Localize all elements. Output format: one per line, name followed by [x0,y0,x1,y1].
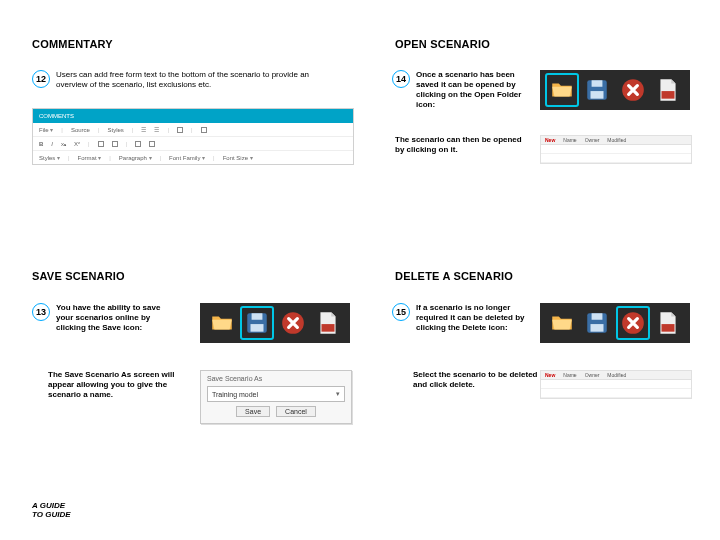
editor-btn-italic[interactable]: I [51,141,53,147]
step-number-15: 15 [392,303,410,321]
footer-line-1: A GUIDE [32,501,71,511]
scenario-list-open: New Name Owner Modified [540,135,692,164]
heading-save-scenario: SAVE SCENARIO [32,270,125,282]
delete-x-icon[interactable] [618,308,648,338]
save-disk-icon[interactable] [242,308,272,338]
step-12: 12 Users can add free form text to the b… [32,70,332,90]
chevron-down-icon: ▾ [336,390,340,398]
list-row[interactable] [541,154,691,163]
dialog-title: Save Scenario As [201,371,351,384]
svg-rect-9 [322,324,335,332]
dialog-cancel-button[interactable]: Cancel [276,406,316,417]
editor-btn-source[interactable]: Source [71,127,90,133]
heading-open-scenario: OPEN SCENARIO [395,38,490,50]
save-scenario-dialog: Save Scenario As Training model ▾ Save C… [200,370,352,424]
scenario-list-delete: New Name Owner Modified [540,370,692,399]
editor-btn-misc2[interactable] [112,141,118,147]
step-14-text: Once a scenario has been saved it can be… [416,70,527,110]
step-15: 15 If a scenario is no longer required i… [392,303,527,333]
list-header-new: New [545,137,555,143]
open-folder-icon[interactable] [207,308,237,338]
svg-rect-1 [592,80,603,87]
footer-guide: A GUIDE TO GUIDE [32,501,71,520]
footer-line-2: TO GUIDE [32,510,71,520]
step-number-14: 14 [392,70,410,88]
editor-btn-misc4[interactable] [149,141,155,147]
delete-followup-text: Select the scenario to be deleted and cl… [413,370,548,390]
editor-toolbar-row-3: Styles | Format | Paragraph | Font Famil… [33,151,353,164]
svg-rect-14 [662,324,675,332]
svg-rect-11 [592,313,603,320]
toolbar-delete [540,303,690,343]
step-15-text: If a scenario is no longer required it c… [416,303,527,333]
editor-btn-misc1[interactable] [98,141,104,147]
dialog-name-value: Training model [212,391,258,398]
editor-dd-size[interactable]: Font Size [223,154,253,161]
delete-x-icon[interactable] [278,308,308,338]
dialog-name-input[interactable]: Training model ▾ [207,386,345,402]
editor-btn-box[interactable] [177,127,183,133]
list-col-name: Name [563,372,576,378]
editor-dd-font[interactable]: Font Family [169,154,205,161]
list-header-new: New [545,372,555,378]
editor-btn-sup[interactable]: X² [74,141,80,147]
save-followup-text: The Save Scenario As screen will appear … [48,370,183,400]
svg-rect-4 [662,91,675,99]
list-row[interactable] [541,389,691,398]
rich-text-editor: COMMENTS File | Source | Styles | ☰ ☰ | … [32,108,354,165]
editor-btn-sub[interactable]: x₂ [61,140,66,147]
editor-btn-box2[interactable] [201,127,207,133]
list-row[interactable] [541,380,691,389]
delete-x-icon[interactable] [618,75,648,105]
editor-btn-styles[interactable]: Styles [107,127,123,133]
open-followup-text: The scenario can then be opened by click… [395,135,530,155]
editor-menu-file[interactable]: File [39,126,53,133]
open-folder-icon[interactable] [547,75,577,105]
list-col-modified: Modified [607,372,626,378]
editor-btn-list2[interactable]: ☰ [154,126,159,133]
editor-toolbar-row-2: B I x₂ X² | | [33,137,353,151]
svg-rect-2 [591,91,604,99]
heading-delete-scenario: DELETE A SCENARIO [395,270,513,282]
list-col-owner: Owner [585,372,600,378]
list-col-name: Name [563,137,576,143]
step-number-13: 13 [32,303,50,321]
svg-rect-12 [591,324,604,332]
dialog-save-button[interactable]: Save [236,406,270,417]
step-number-12: 12 [32,70,50,88]
editor-toolbar-row-1: File | Source | Styles | ☰ ☰ | | [33,123,353,137]
step-14: 14 Once a scenario has been saved it can… [392,70,527,110]
list-row[interactable] [541,145,691,154]
editor-dd-styles[interactable]: Styles [39,154,60,161]
pdf-icon[interactable] [653,75,683,105]
editor-dd-paragraph[interactable]: Paragraph [119,154,152,161]
toolbar-open [540,70,690,110]
editor-btn-bold[interactable]: B [39,141,43,147]
open-folder-icon[interactable] [547,308,577,338]
editor-titlebar: COMMENTS [33,109,353,123]
save-disk-icon[interactable] [582,308,612,338]
heading-commentary: COMMENTARY [32,38,113,50]
editor-dd-format[interactable]: Format [78,154,102,161]
list-col-owner: Owner [585,137,600,143]
step-13: 13 You have the ability to save your sce… [32,303,167,333]
pdf-icon[interactable] [653,308,683,338]
pdf-icon[interactable] [313,308,343,338]
step-13-text: You have the ability to save your scenar… [56,303,167,333]
editor-btn-misc3[interactable] [135,141,141,147]
editor-btn-list1[interactable]: ☰ [141,126,146,133]
step-12-text: Users can add free form text to the bott… [56,70,332,90]
list-col-modified: Modified [607,137,626,143]
toolbar-save [200,303,350,343]
save-disk-icon[interactable] [582,75,612,105]
